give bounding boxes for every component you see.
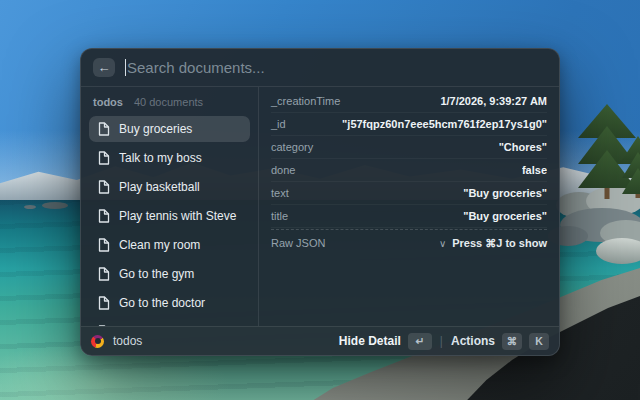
back-button[interactable]: ←	[93, 58, 115, 77]
field-value: "Buy groceries"	[463, 210, 547, 222]
enter-key-icon: ↵	[408, 333, 432, 350]
list-item[interactable]: Play tennis with Steve	[89, 203, 250, 229]
list-item-label: Play tennis with Steve	[119, 209, 236, 223]
results-panel: todos 40 documents Buy groceries Talk to…	[81, 87, 259, 326]
document-count: 40 documents	[134, 96, 203, 108]
window-body: todos 40 documents Buy groceries Talk to…	[81, 87, 559, 326]
footer-app-label: todos	[113, 334, 142, 348]
list-item-label: Clean my room	[119, 238, 200, 252]
hide-detail-button[interactable]: Hide Detail ↵	[339, 333, 432, 350]
results-header: todos 40 documents	[81, 87, 258, 114]
search-input-wrap	[125, 59, 547, 76]
footer-divider: |	[440, 334, 443, 348]
list-item[interactable]: Play basketball	[89, 174, 250, 200]
wallpaper-water-boulder	[596, 238, 640, 264]
document-icon	[98, 296, 110, 310]
field-label: _creationTime	[271, 95, 340, 107]
field-value: false	[522, 164, 547, 176]
detail-field-row: _creationTime 1/7/2026, 9:39:27 AM	[271, 90, 547, 113]
list-item[interactable]: Go to the doctor	[89, 290, 250, 316]
actions-label: Actions	[451, 334, 495, 348]
list-item[interactable]: Do laundry	[89, 319, 250, 326]
list-item-label: Go to the doctor	[119, 296, 205, 310]
detail-field-row: title "Buy groceries"	[271, 205, 547, 228]
list-item-label: Go to the gym	[119, 267, 194, 281]
document-icon	[98, 238, 110, 252]
list-item[interactable]: Buy groceries	[89, 116, 250, 142]
wallpaper-rock-small	[24, 205, 36, 209]
document-icon	[98, 267, 110, 281]
detail-field-row: _id "j57fqpz60n7eee5hcm761f2ep17ys1g0"	[271, 113, 547, 136]
raw-json-toggle[interactable]: Raw JSON ∨ Press ⌘J to show	[271, 229, 547, 256]
search-input[interactable]	[127, 59, 547, 76]
raw-json-label: Raw JSON	[271, 237, 325, 249]
document-icon	[98, 209, 110, 223]
back-arrow-icon: ←	[98, 60, 111, 75]
raw-json-hint-wrap: ∨ Press ⌘J to show	[439, 237, 547, 250]
list-item-label: Play basketball	[119, 180, 200, 194]
field-label: title	[271, 210, 288, 222]
search-bar: ←	[81, 49, 559, 87]
field-value: "j57fqpz60n7eee5hcm761f2ep17ys1g0"	[342, 118, 547, 130]
detail-field-row: text "Buy groceries"	[271, 182, 547, 205]
actions-button[interactable]: Actions ⌘ K	[451, 333, 549, 350]
cmd-key-icon: ⌘	[502, 333, 522, 350]
field-label: text	[271, 187, 289, 199]
hide-detail-label: Hide Detail	[339, 334, 401, 348]
document-icon	[98, 151, 110, 165]
search-window: ← todos 40 documents Buy groceries	[80, 48, 560, 356]
text-caret	[125, 59, 126, 76]
document-icon	[98, 180, 110, 194]
footer-bar: todos Hide Detail ↵ | Actions ⌘ K	[81, 326, 559, 355]
wallpaper-pine-tree	[622, 136, 640, 198]
collection-name: todos	[93, 96, 123, 108]
detail-panel: _creationTime 1/7/2026, 9:39:27 AM _id "…	[259, 87, 559, 326]
document-icon	[98, 122, 110, 136]
field-label: done	[271, 164, 295, 176]
field-label: _id	[271, 118, 286, 130]
list-item[interactable]: Talk to my boss	[89, 145, 250, 171]
field-value: "Buy groceries"	[463, 187, 547, 199]
chevron-down-icon: ∨	[439, 238, 446, 249]
field-value: "Chores"	[499, 141, 547, 153]
field-label: category	[271, 141, 313, 153]
list-item[interactable]: Go to the gym	[89, 261, 250, 287]
field-value: 1/7/2026, 9:39:27 AM	[440, 95, 547, 107]
raw-json-hint: Press ⌘J to show	[452, 237, 547, 250]
list-item-label: Talk to my boss	[119, 151, 202, 165]
convex-logo-icon	[91, 335, 104, 348]
results-list: Buy groceries Talk to my boss Play baske…	[81, 114, 258, 326]
desktop: ← todos 40 documents Buy groceries	[0, 0, 640, 400]
footer-actions: Hide Detail ↵ | Actions ⌘ K	[339, 333, 549, 350]
wallpaper-rock-small	[42, 202, 68, 209]
detail-field-row: category "Chores"	[271, 136, 547, 159]
list-item[interactable]: Clean my room	[89, 232, 250, 258]
detail-field-row: done false	[271, 159, 547, 182]
list-item-label: Buy groceries	[119, 122, 192, 136]
k-key-icon: K	[529, 333, 549, 350]
